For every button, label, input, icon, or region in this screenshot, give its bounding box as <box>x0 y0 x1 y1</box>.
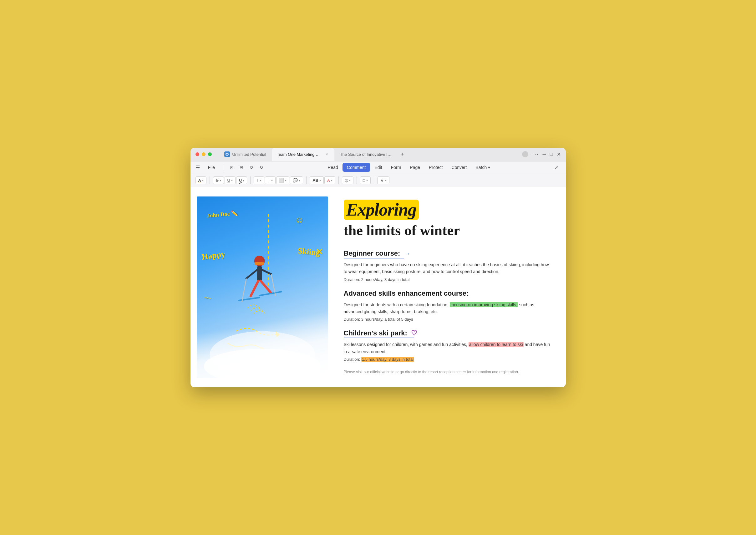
text-chevron-icon: ▾ <box>260 179 261 182</box>
menu-file[interactable]: File <box>203 163 220 172</box>
menu-edit[interactable]: Edit <box>370 163 387 172</box>
ski-image-panel: John Doe ✏️ ☺ Happy Skiing ✕ <box>197 196 328 378</box>
svg-line-7 <box>246 270 257 278</box>
menu-comment[interactable]: Comment <box>342 163 370 172</box>
textbox-chevron-icon: ▾ <box>271 179 273 182</box>
text-tools-group: T ▾ T ▾ ⬜ ▾ 💬 ▾ <box>254 177 303 184</box>
annotation-cross: ✕ <box>316 247 323 257</box>
callout-icon: ⬜ <box>279 178 284 183</box>
window-controls <box>191 153 217 156</box>
children-section: Children's ski park: ♡ Ski lessons desig… <box>344 322 553 362</box>
callout-button[interactable]: ⬜ ▾ <box>276 177 289 184</box>
textbox-button[interactable]: T ▾ <box>265 177 276 184</box>
eraser-chevron-icon: ▾ <box>349 179 351 182</box>
children-duration-highlight: 1.5 hours/day, 3 days in total <box>361 357 414 362</box>
strikethrough-button[interactable]: S ▾ <box>213 177 224 184</box>
ski-snow <box>197 305 328 378</box>
shape-button[interactable]: □ ▾ <box>360 177 371 184</box>
text-button[interactable]: T ▾ <box>254 177 264 184</box>
tab-label-unlimited: Unlimited Potential <box>232 152 266 157</box>
beginner-title: Beginner course: → <box>344 249 410 258</box>
font-size-button[interactable]: AB ▾ <box>310 177 324 184</box>
hamburger-menu[interactable]: ☰ <box>196 165 200 171</box>
font-size-icon: AB <box>312 178 318 183</box>
menu-page[interactable]: Page <box>405 163 424 172</box>
window-shadow: Unlimited Potential Team One Marketing S… <box>191 148 566 388</box>
toolbar-divider-4 <box>338 177 339 184</box>
minimize-window-button[interactable] <box>202 153 205 156</box>
tab-label-team-one: Team One Marketing Str... <box>277 152 322 157</box>
underline-icon: U <box>228 178 230 183</box>
menu-protect[interactable]: Protect <box>424 163 447 172</box>
browser-window: Unlimited Potential Team One Marketing S… <box>191 148 566 388</box>
menu-form[interactable]: Form <box>387 163 406 172</box>
comment-chevron-icon: ▾ <box>299 179 300 182</box>
shape-group: □ ▾ <box>360 177 371 184</box>
children-body: Ski lessons designed for children, with … <box>344 341 553 355</box>
more-options-button[interactable]: ··· <box>532 151 539 158</box>
app-icon <box>224 152 230 157</box>
highlight-icon: A <box>198 178 201 183</box>
expand-button[interactable]: ⤢ <box>552 163 561 172</box>
maximize-button[interactable]: □ <box>550 152 553 157</box>
svg-line-9 <box>251 281 258 296</box>
tab-source[interactable]: The Source of Innovative In... <box>335 148 397 161</box>
title-bar: Unlimited Potential Team One Marketing S… <box>191 148 566 161</box>
close-button[interactable]: ✕ <box>557 152 561 157</box>
squiggly-underline-button[interactable]: U ▾ <box>236 177 247 184</box>
text-icon: T <box>256 178 259 183</box>
comment-icon: 💬 <box>293 178 298 183</box>
highlight-chevron-icon: ▾ <box>202 179 203 182</box>
annotation-squiggle: ~~ <box>204 294 211 302</box>
title-bar-actions: ··· ─ □ ✕ <box>517 151 565 158</box>
close-window-button[interactable] <box>196 153 199 156</box>
menu-batch[interactable]: Batch ▾ <box>471 163 495 172</box>
limits-line: the limits of winter <box>344 222 460 239</box>
undo-icon[interactable]: ↺ <box>247 163 256 172</box>
menu-main-items: Read Comment Edit Form Page Protect Conv… <box>267 163 551 172</box>
svg-rect-5 <box>255 262 264 265</box>
exploring-word: Exploring <box>344 200 419 220</box>
eraser-button[interactable]: ◎ ▾ <box>342 177 353 184</box>
print-icon[interactable]: ⊟ <box>237 163 246 172</box>
toolbar-divider-2 <box>250 177 251 184</box>
print-chevron-icon: ▾ <box>385 179 387 182</box>
ski-background: John Doe ✏️ ☺ Happy Skiing ✕ <box>197 196 328 378</box>
squiggly-chevron-icon: ▾ <box>243 179 244 182</box>
new-tab-button[interactable]: + <box>398 150 407 159</box>
beginner-section: Beginner course: → Designed for beginner… <box>344 242 553 282</box>
maximize-window-button[interactable] <box>208 153 212 156</box>
print-icon: 🖨 <box>380 178 384 183</box>
user-avatar[interactable] <box>522 151 528 157</box>
copy-icon[interactable]: ⎘ <box>227 163 236 172</box>
tab-team-one[interactable]: Team One Marketing Str... ✕ <box>272 148 334 161</box>
menu-convert[interactable]: Convert <box>447 163 471 172</box>
footer-note: Please visit our official website or go … <box>344 369 553 375</box>
font-color-button[interactable]: A ▾ <box>324 177 335 184</box>
toolbar: A ▾ S ▾ U ▾ U ▾ <box>191 174 566 187</box>
svg-rect-6 <box>257 266 262 281</box>
redo-icon[interactable]: ↻ <box>257 163 266 172</box>
tab-close-button[interactable]: ✕ <box>324 152 329 157</box>
callout-chevron-icon: ▾ <box>285 179 286 182</box>
children-duration: Duration: 1.5 hours/day, 3 days in total <box>344 357 553 362</box>
beginner-duration: Duration: 2 hours/day, 3 days in total <box>344 277 553 282</box>
advanced-section: Advanced skills enhancement course: Desi… <box>344 282 553 322</box>
hero-title: Exploring the limits of winter <box>344 200 553 239</box>
squiggly-icon: U <box>239 178 242 183</box>
svg-line-12 <box>259 292 281 296</box>
minimize-button[interactable]: ─ <box>542 152 546 157</box>
print-button[interactable]: 🖨 ▾ <box>377 177 390 184</box>
fontcolor-chevron-icon: ▾ <box>331 179 333 182</box>
children-title: Children's ski park: ♡ <box>344 329 417 337</box>
font-group: AB ▾ A ▾ <box>310 177 335 184</box>
eraser-group: ◎ ▾ <box>342 177 353 184</box>
underline-button[interactable]: U ▾ <box>225 177 235 184</box>
highlight-button[interactable]: A ▾ <box>196 177 206 184</box>
comment-button[interactable]: 💬 ▾ <box>290 177 303 184</box>
advanced-title: Advanced skills enhancement course: <box>344 289 469 297</box>
beginner-body: Designed for beginners who have no skiin… <box>344 261 553 275</box>
tab-label-source: The Source of Innovative In... <box>340 152 392 157</box>
menu-read[interactable]: Read <box>323 163 342 172</box>
tab-unlimited-potential[interactable]: Unlimited Potential <box>219 148 271 161</box>
